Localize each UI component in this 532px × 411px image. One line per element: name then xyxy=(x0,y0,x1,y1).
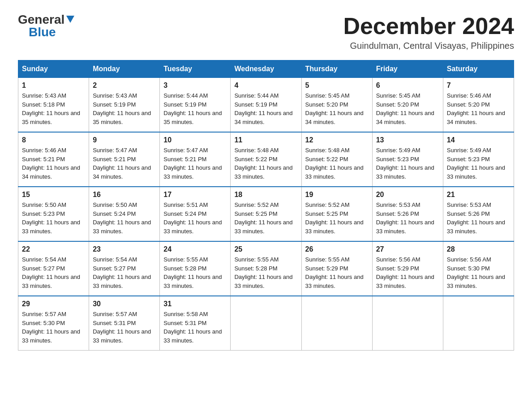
day-info: Sunrise: 5:49 AM Sunset: 5:23 PM Dayligh… xyxy=(447,146,510,181)
daylight-text: Daylight: 11 hours and 35 minutes. xyxy=(93,110,151,125)
daylight-text: Daylight: 11 hours and 34 minutes. xyxy=(93,164,151,180)
calendar-table: Sunday Monday Tuesday Wednesday Thursday… xyxy=(18,60,514,351)
day-info: Sunrise: 5:46 AM Sunset: 5:20 PM Dayligh… xyxy=(447,91,510,126)
day-info: Sunrise: 5:47 AM Sunset: 5:21 PM Dayligh… xyxy=(93,146,156,181)
calendar-cell: 18 Sunrise: 5:52 AM Sunset: 5:25 PM Dayl… xyxy=(231,187,301,241)
daylight-text: Daylight: 11 hours and 33 minutes. xyxy=(234,219,292,235)
day-number: 18 xyxy=(234,191,297,199)
calendar-cell: 2 Sunrise: 5:43 AM Sunset: 5:19 PM Dayli… xyxy=(89,78,160,133)
week-row-1: 1 Sunrise: 5:43 AM Sunset: 5:18 PM Dayli… xyxy=(18,78,514,133)
sunset-text: Sunset: 5:23 PM xyxy=(22,210,65,217)
day-number: 29 xyxy=(22,300,85,308)
daylight-text: Daylight: 11 hours and 35 minutes. xyxy=(22,110,80,125)
calendar-cell: 22 Sunrise: 5:54 AM Sunset: 5:27 PM Dayl… xyxy=(18,241,89,296)
day-info: Sunrise: 5:56 AM Sunset: 5:29 PM Dayligh… xyxy=(376,255,439,290)
calendar-cell: 31 Sunrise: 5:58 AM Sunset: 5:31 PM Dayl… xyxy=(160,296,231,351)
day-number: 6 xyxy=(376,81,439,90)
day-number: 22 xyxy=(22,245,85,253)
day-info: Sunrise: 5:48 AM Sunset: 5:22 PM Dayligh… xyxy=(234,146,297,181)
calendar-cell xyxy=(372,296,443,351)
calendar-cell: 23 Sunrise: 5:54 AM Sunset: 5:27 PM Dayl… xyxy=(89,241,160,296)
logo-general-text: General xyxy=(18,13,64,26)
day-info: Sunrise: 5:55 AM Sunset: 5:28 PM Dayligh… xyxy=(163,255,227,290)
day-info: Sunrise: 5:50 AM Sunset: 5:24 PM Dayligh… xyxy=(93,201,156,235)
sunset-text: Sunset: 5:29 PM xyxy=(376,265,419,272)
calendar-cell: 3 Sunrise: 5:44 AM Sunset: 5:19 PM Dayli… xyxy=(160,78,231,133)
sunrise-text: Sunrise: 5:52 AM xyxy=(305,201,350,208)
sunset-text: Sunset: 5:30 PM xyxy=(22,320,65,326)
day-info: Sunrise: 5:46 AM Sunset: 5:21 PM Dayligh… xyxy=(22,146,85,181)
calendar-cell: 13 Sunrise: 5:49 AM Sunset: 5:23 PM Dayl… xyxy=(372,132,443,187)
sunrise-text: Sunrise: 5:54 AM xyxy=(93,256,137,263)
daylight-text: Daylight: 11 hours and 33 minutes. xyxy=(305,274,364,289)
calendar-cell: 24 Sunrise: 5:55 AM Sunset: 5:28 PM Dayl… xyxy=(160,241,231,296)
daylight-text: Daylight: 11 hours and 34 minutes. xyxy=(305,110,364,125)
daylight-text: Daylight: 11 hours and 34 minutes. xyxy=(22,164,80,180)
calendar-cell: 10 Sunrise: 5:47 AM Sunset: 5:21 PM Dayl… xyxy=(160,132,231,187)
daylight-text: Daylight: 11 hours and 33 minutes. xyxy=(447,219,505,235)
calendar-cell: 20 Sunrise: 5:53 AM Sunset: 5:26 PM Dayl… xyxy=(372,187,443,241)
sunrise-text: Sunrise: 5:53 AM xyxy=(376,201,420,208)
calendar-cell xyxy=(301,296,372,351)
day-number: 11 xyxy=(234,136,297,144)
sunrise-text: Sunrise: 5:55 AM xyxy=(234,256,279,263)
day-number: 12 xyxy=(305,136,369,144)
calendar-cell: 14 Sunrise: 5:49 AM Sunset: 5:23 PM Dayl… xyxy=(443,132,514,187)
daylight-text: Daylight: 11 hours and 33 minutes. xyxy=(93,274,151,289)
day-info: Sunrise: 5:47 AM Sunset: 5:21 PM Dayligh… xyxy=(163,146,227,181)
header-tuesday: Tuesday xyxy=(160,60,231,78)
day-number: 30 xyxy=(93,300,156,308)
header-monday: Monday xyxy=(89,60,160,78)
daylight-text: Daylight: 11 hours and 33 minutes. xyxy=(163,328,222,344)
sunrise-text: Sunrise: 5:44 AM xyxy=(163,92,208,99)
day-info: Sunrise: 5:43 AM Sunset: 5:18 PM Dayligh… xyxy=(22,91,85,126)
day-info: Sunrise: 5:55 AM Sunset: 5:29 PM Dayligh… xyxy=(305,255,369,290)
calendar-cell: 17 Sunrise: 5:51 AM Sunset: 5:24 PM Dayl… xyxy=(160,187,231,241)
calendar-cell: 19 Sunrise: 5:52 AM Sunset: 5:25 PM Dayl… xyxy=(301,187,372,241)
calendar-cell: 4 Sunrise: 5:44 AM Sunset: 5:19 PM Dayli… xyxy=(231,78,301,133)
sunrise-text: Sunrise: 5:44 AM xyxy=(234,92,279,99)
day-number: 1 xyxy=(22,81,85,90)
day-number: 28 xyxy=(447,245,510,253)
daylight-text: Daylight: 11 hours and 34 minutes. xyxy=(376,110,434,125)
calendar-cell: 26 Sunrise: 5:55 AM Sunset: 5:29 PM Dayl… xyxy=(301,241,372,296)
daylight-text: Daylight: 11 hours and 33 minutes. xyxy=(447,164,505,180)
day-info: Sunrise: 5:52 AM Sunset: 5:25 PM Dayligh… xyxy=(234,201,297,235)
header-wednesday: Wednesday xyxy=(231,60,301,78)
sunrise-text: Sunrise: 5:51 AM xyxy=(163,201,208,208)
sunset-text: Sunset: 5:27 PM xyxy=(22,265,65,272)
sunrise-text: Sunrise: 5:49 AM xyxy=(447,147,491,154)
sunrise-text: Sunrise: 5:47 AM xyxy=(163,147,208,154)
calendar-cell xyxy=(231,296,301,351)
day-info: Sunrise: 5:45 AM Sunset: 5:20 PM Dayligh… xyxy=(376,91,439,126)
day-info: Sunrise: 5:57 AM Sunset: 5:30 PM Dayligh… xyxy=(22,310,85,345)
sunset-text: Sunset: 5:27 PM xyxy=(93,265,136,272)
page-header: General Blue December 2024 Guindulman, C… xyxy=(18,13,514,51)
daylight-text: Daylight: 11 hours and 33 minutes. xyxy=(22,328,80,344)
title-block: December 2024 Guindulman, Central Visaya… xyxy=(343,13,514,51)
sunrise-text: Sunrise: 5:55 AM xyxy=(305,256,350,263)
daylight-text: Daylight: 11 hours and 33 minutes. xyxy=(22,219,80,235)
day-number: 14 xyxy=(447,136,510,144)
sunset-text: Sunset: 5:20 PM xyxy=(447,101,490,108)
sunset-text: Sunset: 5:19 PM xyxy=(93,101,136,108)
day-info: Sunrise: 5:53 AM Sunset: 5:26 PM Dayligh… xyxy=(447,201,510,235)
sunrise-text: Sunrise: 5:54 AM xyxy=(22,256,66,263)
week-row-5: 29 Sunrise: 5:57 AM Sunset: 5:30 PM Dayl… xyxy=(18,296,514,351)
calendar-cell: 16 Sunrise: 5:50 AM Sunset: 5:24 PM Dayl… xyxy=(89,187,160,241)
calendar-cell: 29 Sunrise: 5:57 AM Sunset: 5:30 PM Dayl… xyxy=(18,296,89,351)
day-info: Sunrise: 5:51 AM Sunset: 5:24 PM Dayligh… xyxy=(163,201,227,235)
sunrise-text: Sunrise: 5:46 AM xyxy=(447,92,491,99)
calendar-cell xyxy=(443,296,514,351)
daylight-text: Daylight: 11 hours and 33 minutes. xyxy=(234,164,292,180)
week-row-4: 22 Sunrise: 5:54 AM Sunset: 5:27 PM Dayl… xyxy=(18,241,514,296)
daylight-text: Daylight: 11 hours and 33 minutes. xyxy=(234,274,292,289)
month-title: December 2024 xyxy=(343,13,514,39)
day-number: 2 xyxy=(93,81,156,90)
sunset-text: Sunset: 5:31 PM xyxy=(163,320,206,326)
day-info: Sunrise: 5:58 AM Sunset: 5:31 PM Dayligh… xyxy=(163,310,227,345)
day-number: 23 xyxy=(93,245,156,253)
daylight-text: Daylight: 11 hours and 33 minutes. xyxy=(93,219,151,235)
calendar-header-row: Sunday Monday Tuesday Wednesday Thursday… xyxy=(18,60,514,78)
sunset-text: Sunset: 5:18 PM xyxy=(22,101,65,108)
